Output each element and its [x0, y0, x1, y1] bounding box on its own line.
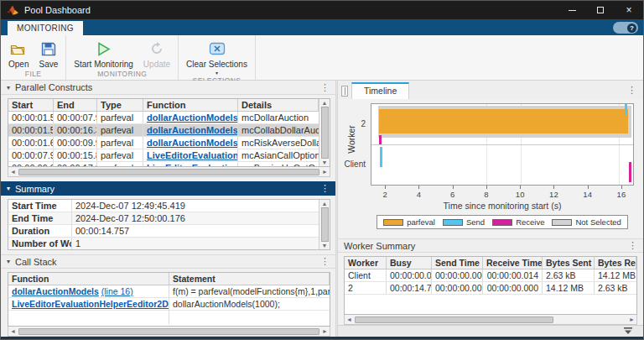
table-row[interactable]: 00:00:01.571 00:00:07.959 parfeval dolla…: [8, 112, 319, 124]
clear-selections-icon: [209, 39, 226, 58]
summary-row[interactable]: Duration 00:00:14.757: [8, 225, 319, 238]
col-busy[interactable]: Busy: [387, 257, 432, 269]
legend-item: Send: [443, 217, 485, 227]
timeline-marker-send[interactable]: [380, 147, 382, 167]
summary-header: ▾ Summary ⋮: [1, 181, 335, 196]
function-link[interactable]: dollarAuctionModels: [147, 125, 238, 135]
panel-grip-icon[interactable]: [341, 86, 348, 97]
close-button[interactable]: ×: [615, 1, 643, 19]
start-monitoring-button[interactable]: Start Monitoring: [70, 38, 138, 69]
function-link[interactable]: dollarAuctionModels: [12, 286, 99, 296]
kebab-menu-icon[interactable]: ⋮: [627, 85, 636, 96]
scroll-down-icon[interactable]: ▼: [320, 160, 330, 165]
scroll-right-icon[interactable]: ►: [320, 169, 330, 175]
help-button[interactable]: ?: [613, 22, 638, 34]
minimize-button[interactable]: [558, 1, 586, 19]
horizontal-scrollbar[interactable]: ◄ ►: [8, 327, 330, 337]
timeline-marker-receive[interactable]: [379, 135, 382, 144]
play-icon: [96, 39, 112, 58]
panel-title: Call Stack: [15, 257, 57, 267]
legend-item: Not Selected: [552, 217, 621, 227]
kebab-menu-icon[interactable]: ⋮: [320, 184, 330, 193]
col-details[interactable]: Details: [238, 99, 319, 111]
tab-monitoring[interactable]: MONITORING: [8, 21, 83, 35]
tab-timeline[interactable]: Timeline: [351, 82, 409, 99]
col-end[interactable]: End: [54, 99, 97, 111]
scroll-up-icon[interactable]: ▲: [320, 201, 330, 207]
timeline-marker-send[interactable]: [625, 104, 627, 115]
function-link[interactable]: dollarAuctionModels: [147, 138, 238, 148]
legend-item: parfeval: [383, 217, 435, 227]
col-start[interactable]: Start: [8, 99, 54, 111]
save-button[interactable]: Save: [34, 38, 62, 69]
kebab-menu-icon[interactable]: ⋮: [320, 257, 330, 266]
line-link[interactable]: (line 16): [101, 286, 133, 296]
scrollbar-thumb[interactable]: [321, 107, 329, 159]
table-row[interactable]: Client 00:00:00.000 00:00:00.000 00:00:0…: [345, 269, 636, 282]
vertical-scrollbar[interactable]: ▲ ▼: [319, 200, 330, 249]
col-function[interactable]: Function: [143, 99, 238, 111]
update-button[interactable]: Update: [139, 38, 174, 69]
scroll-left-icon[interactable]: ◄: [345, 316, 354, 322]
scrollbar-thumb[interactable]: [355, 316, 553, 323]
open-button[interactable]: Open: [4, 38, 33, 69]
col-bytes-received[interactable]: Bytes Received: [595, 257, 636, 269]
collapse-arrow-icon[interactable]: ▾: [7, 185, 10, 192]
scroll-right-icon[interactable]: ►: [627, 316, 636, 322]
function-link[interactable]: LiveEditorEvaluationHelpe...: [147, 150, 238, 160]
timeline-marker-receive[interactable]: [629, 162, 631, 182]
timeline-tabstrip: Timeline ⋮: [338, 81, 643, 99]
scrollbar-thumb[interactable]: [18, 328, 319, 335]
scrollbar-thumb[interactable]: [321, 207, 329, 242]
function-link[interactable]: dollarAuctionModels: [147, 112, 238, 123]
function-link[interactable]: LiveEditorEvaluationHelperEeditor2D451C8…: [12, 299, 169, 309]
col-function[interactable]: Function: [8, 273, 169, 285]
scroll-left-icon[interactable]: ◄: [8, 328, 18, 334]
summary-row[interactable]: End Time 2024-Dec-07 12:50:00.176: [8, 212, 319, 225]
timeline-chart: Worker 2Client 246810121416 Time since m…: [338, 99, 643, 238]
collapse-arrow-icon[interactable]: ▾: [7, 258, 10, 265]
col-send-time[interactable]: Send Time: [432, 257, 483, 269]
horizontal-scrollbar[interactable]: ◄ ►: [344, 315, 637, 325]
kebab-menu-icon[interactable]: ⋮: [320, 83, 330, 92]
right-panel-column: Timeline ⋮ Worker 2Client 246810121416 T…: [338, 81, 643, 337]
vertical-scrollbar[interactable]: ▲ ▼: [319, 99, 330, 166]
table-row[interactable]: 00:00:07.950 00:00:15.830 parfeval LiveE…: [8, 149, 319, 162]
worker-summary-table: Worker Busy Send Time Receive Time Bytes…: [344, 256, 637, 315]
table-row[interactable]: 00:00:01.615 00:00:09.989 parfeval dolla…: [8, 137, 319, 149]
summary-row[interactable]: Number of Workers 1: [8, 238, 319, 249]
col-worker[interactable]: Worker: [345, 257, 387, 269]
table-row-clipped[interactable]: 00:00:09.970 00:00:17.080 parfeval LiveE…: [8, 162, 319, 166]
collapse-arrow-icon[interactable]: ▾: [7, 84, 10, 92]
horizontal-scrollbar[interactable]: ◄ ►: [8, 167, 330, 177]
x-tick-mark: [588, 186, 589, 189]
function-link[interactable]: LiveEditorEvaluationHelpe...: [147, 163, 238, 166]
clear-selections-button[interactable]: Clear Selections ▾: [182, 38, 252, 76]
lane-label: 2: [338, 103, 366, 144]
help-icon: ?: [627, 24, 636, 33]
collapse-panel-icon[interactable]: [623, 327, 633, 335]
table-row[interactable]: LiveEditorEvaluationHelperEeditor2D451C8…: [8, 298, 330, 311]
empty-row: [8, 311, 330, 324]
table-row[interactable]: dollarAuctionModels (line 16) f(m) = par…: [8, 285, 330, 298]
y-lane-labels: 2Client: [338, 103, 368, 186]
x-axis-title: Time since monitoring start (s): [371, 201, 634, 211]
col-receive-time[interactable]: Receive Time: [483, 257, 543, 269]
scroll-left-icon[interactable]: ◄: [8, 169, 18, 175]
scrollbar-thumb[interactable]: [18, 169, 319, 175]
table-row-selected[interactable]: 00:00:01.573 00:00:16.330 parfeval dolla…: [8, 124, 319, 137]
maximize-button[interactable]: [586, 1, 615, 19]
summary-row[interactable]: Start Time 2024-Dec-07 12:49:45.419: [8, 200, 319, 212]
col-bytes-sent[interactable]: Bytes Sent: [543, 257, 595, 269]
scroll-up-icon[interactable]: ▲: [320, 100, 330, 106]
table-row[interactable]: 2 00:00:14.721 00:00:00.009 00:00:00.000…: [345, 282, 636, 295]
scroll-right-icon[interactable]: ►: [320, 328, 330, 334]
col-type[interactable]: Type: [97, 99, 143, 111]
kebab-menu-icon[interactable]: ⋮: [628, 241, 637, 250]
col-statement[interactable]: Statement: [169, 273, 330, 285]
legend-item: Receive: [492, 217, 544, 227]
timeline-bar-parfeval[interactable]: [379, 109, 628, 133]
timeline-legend-wrap: parfevalSendReceiveNot Selected: [371, 215, 634, 229]
legend-label: Receive: [516, 217, 544, 227]
scroll-down-icon[interactable]: ▼: [320, 243, 330, 248]
